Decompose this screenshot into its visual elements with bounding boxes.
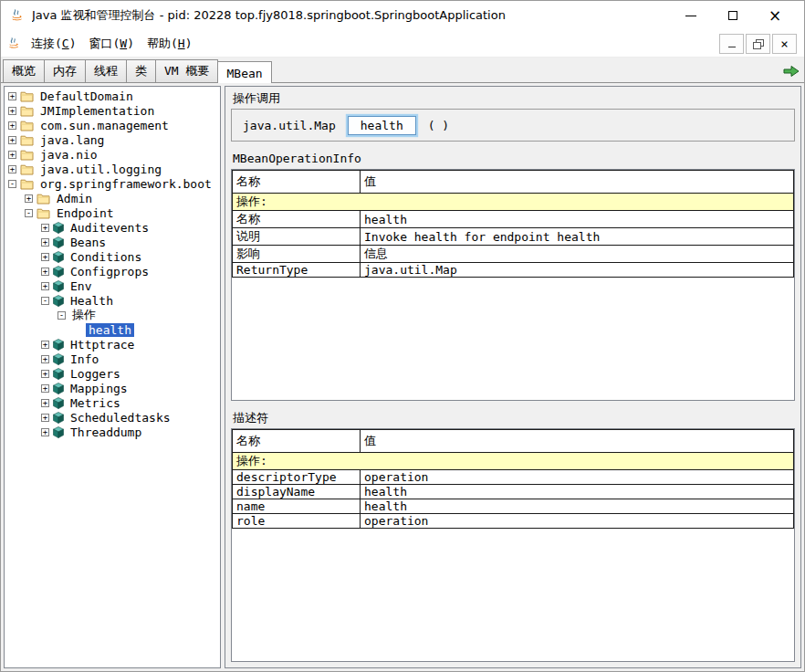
attribute-value-cell[interactable]: 信息 bbox=[361, 246, 794, 263]
group-row-label[interactable]: 操作: bbox=[233, 194, 794, 211]
attribute-value-cell[interactable]: health bbox=[361, 499, 794, 514]
tree-node-health-operation[interactable]: health bbox=[5, 322, 220, 337]
tree-node-org-springframework-boot[interactable]: -org.springframework.boot bbox=[5, 176, 220, 191]
attribute-name-cell[interactable]: 名称 bbox=[233, 211, 361, 228]
tab-vm-summary[interactable]: VM 概要 bbox=[155, 59, 218, 82]
attribute-name-cell[interactable]: role bbox=[233, 514, 361, 529]
menu-item-window[interactable]: 窗口(W) bbox=[82, 33, 140, 55]
table-row: ReturnTypejava.util.Map bbox=[233, 263, 794, 278]
expand-icon[interactable]: + bbox=[41, 341, 49, 349]
expand-icon[interactable]: + bbox=[25, 194, 33, 203]
tree-node-loggers[interactable]: +Loggers bbox=[5, 366, 220, 381]
menu-items: 连接(C)窗口(W)帮助(H) bbox=[25, 33, 198, 55]
group-row-label[interactable]: 操作: bbox=[233, 453, 794, 470]
attribute-value-cell[interactable]: Invoke health for endpoint health bbox=[361, 228, 794, 246]
tree-node-env[interactable]: +Env bbox=[5, 278, 220, 293]
collapse-icon[interactable]: - bbox=[58, 311, 66, 320]
collapse-icon[interactable]: - bbox=[25, 209, 33, 217]
tree-node-java-util-logging[interactable]: +java.util.logging bbox=[5, 162, 220, 176]
menu-item-connection[interactable]: 连接(C) bbox=[25, 33, 82, 55]
expand-icon[interactable]: + bbox=[41, 253, 49, 261]
tree-node-endpoint[interactable]: -Endpoint bbox=[5, 205, 220, 220]
attribute-value-cell[interactable]: health bbox=[361, 485, 794, 499]
tree-node-label: java.util.logging bbox=[37, 163, 164, 176]
mbean-icon bbox=[53, 412, 64, 424]
tab-threads[interactable]: 线程 bbox=[85, 59, 127, 82]
attribute-name-cell[interactable]: 说明 bbox=[233, 228, 361, 246]
attribute-name-cell[interactable]: 影响 bbox=[233, 246, 361, 263]
tree-node-info[interactable]: +Info bbox=[5, 352, 220, 366]
expand-icon[interactable]: + bbox=[41, 238, 49, 247]
tree-node-metrics[interactable]: +Metrics bbox=[5, 395, 220, 410]
tab-classes[interactable]: 类 bbox=[126, 59, 156, 82]
tree-node-mappings[interactable]: +Mappings bbox=[5, 381, 220, 395]
tree-node-scheduledtasks[interactable]: +Scheduledtasks bbox=[5, 410, 220, 425]
expand-icon[interactable]: + bbox=[8, 165, 16, 173]
attribute-name-cell[interactable]: descriptorType bbox=[233, 470, 361, 485]
expand-icon[interactable]: + bbox=[41, 282, 49, 290]
folder-icon bbox=[37, 207, 50, 219]
tab-mbeans[interactable]: MBean bbox=[217, 61, 271, 83]
menu-item-help[interactable]: 帮助(H) bbox=[141, 33, 198, 55]
attribute-value-cell[interactable]: java.util.Map bbox=[361, 263, 794, 278]
expand-icon[interactable]: + bbox=[41, 399, 49, 407]
tab-memory[interactable]: 内存 bbox=[44, 59, 86, 82]
collapse-icon[interactable]: - bbox=[41, 297, 49, 305]
maximize-button[interactable] bbox=[712, 2, 754, 29]
tree-node-auditevents[interactable]: +Auditevents bbox=[5, 220, 220, 235]
attribute-table: 名称值操作:descriptorTypeoperationdisplayName… bbox=[232, 429, 794, 529]
expand-icon[interactable]: + bbox=[8, 151, 16, 159]
collapse-icon[interactable]: - bbox=[8, 180, 16, 188]
attribute-value-cell[interactable]: health bbox=[361, 211, 794, 228]
tree-node-com-sun-management[interactable]: +com.sun.management bbox=[5, 118, 220, 132]
descriptor-table-box: 名称值操作:descriptorTypeoperationdisplayName… bbox=[231, 428, 795, 662]
tree-node-label: org.springframework.boot bbox=[37, 177, 214, 191]
table-row: displayNamehealth bbox=[233, 485, 794, 499]
expand-icon[interactable]: + bbox=[41, 268, 49, 276]
expand-icon[interactable]: + bbox=[41, 370, 49, 378]
tree-node-label: Health bbox=[68, 294, 116, 308]
expand-icon[interactable]: + bbox=[8, 121, 16, 130]
tab-overview[interactable]: 概览 bbox=[3, 59, 45, 82]
close-button[interactable]: × bbox=[754, 2, 796, 29]
frame-close-button[interactable]: × bbox=[772, 34, 797, 54]
expand-icon[interactable]: + bbox=[8, 92, 16, 100]
minimize-icon bbox=[685, 16, 696, 16]
table-row: 名称health bbox=[233, 211, 794, 228]
tree-node-label: Httptrace bbox=[68, 338, 137, 352]
tree-node-configprops[interactable]: +Configprops bbox=[5, 264, 220, 278]
frame-restore-icon bbox=[753, 39, 763, 48]
attribute-name-cell[interactable]: name bbox=[233, 499, 361, 514]
expand-icon[interactable]: + bbox=[41, 414, 49, 422]
expand-icon[interactable]: + bbox=[41, 355, 49, 363]
frame-minimize-button[interactable] bbox=[719, 34, 744, 54]
tree-node-httptrace[interactable]: +Httptrace bbox=[5, 337, 220, 352]
tree-node-beans[interactable]: +Beans bbox=[5, 235, 220, 249]
tree-node-admin[interactable]: +Admin bbox=[5, 191, 220, 205]
invoke-health-button[interactable]: health bbox=[348, 116, 416, 135]
tree-node-java-nio[interactable]: +java.nio bbox=[5, 147, 220, 162]
minimize-button[interactable] bbox=[670, 2, 712, 29]
expand-icon[interactable]: + bbox=[8, 136, 16, 144]
frame-controls: × bbox=[719, 34, 799, 54]
attribute-value-cell[interactable]: operation bbox=[361, 470, 794, 485]
attribute-name-cell[interactable]: displayName bbox=[233, 485, 361, 499]
attribute-value-cell[interactable]: operation bbox=[361, 514, 794, 529]
expand-icon[interactable]: + bbox=[41, 224, 49, 232]
tree-node-label: Configprops bbox=[68, 265, 152, 278]
window-titlebar: Java 监视和管理控制台 - pid: 20228 top.fjy8018.s… bbox=[1, 1, 804, 30]
tree-node-conditions[interactable]: +Conditions bbox=[5, 249, 220, 264]
tree-node-jmimplementation[interactable]: +JMImplementation bbox=[5, 103, 220, 118]
tree-node-threaddump[interactable]: +Threaddump bbox=[5, 425, 220, 439]
tree-node-defaultdomain[interactable]: +DefaultDomain bbox=[5, 89, 220, 103]
tree-node-label: java.nio bbox=[37, 148, 100, 162]
tree-node-health[interactable]: -Health bbox=[5, 293, 220, 308]
frame-restore-button[interactable] bbox=[746, 34, 770, 54]
expand-icon[interactable]: + bbox=[41, 428, 49, 436]
expand-icon[interactable]: + bbox=[41, 384, 49, 393]
tree-node-java-lang[interactable]: +java.lang bbox=[5, 132, 220, 147]
expand-icon[interactable]: + bbox=[8, 107, 16, 115]
column-header: 名称 bbox=[233, 171, 361, 194]
tree-node-operations[interactable]: -操作 bbox=[5, 308, 220, 322]
attribute-name-cell[interactable]: ReturnType bbox=[233, 263, 361, 278]
